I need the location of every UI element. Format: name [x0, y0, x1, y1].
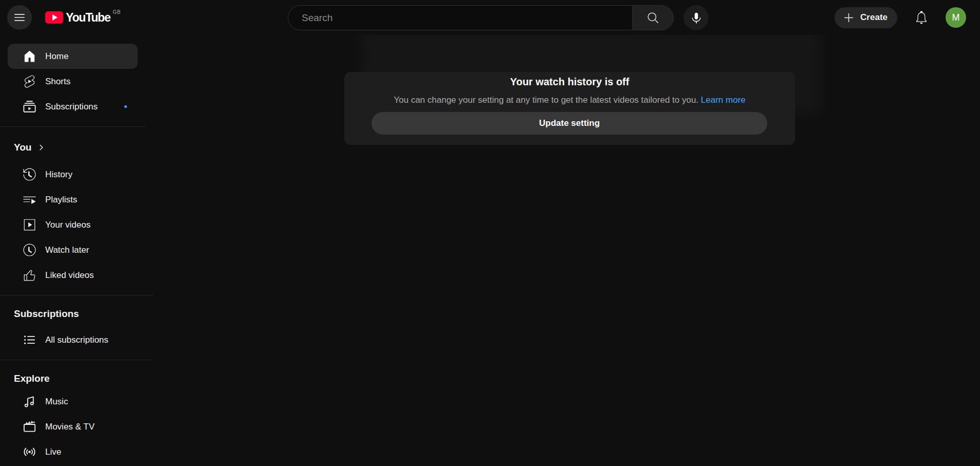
chevron-right-icon [35, 142, 47, 153]
sidebar-item-home[interactable]: Home [8, 44, 138, 69]
logo-play-icon [45, 11, 63, 24]
watch-history-banner: Your watch history is off You can change… [344, 72, 795, 145]
home-icon [22, 49, 37, 64]
subscriptions-icon [22, 99, 37, 114]
sidebar-item-your-videos[interactable]: Your videos [8, 212, 138, 237]
playlists-icon [22, 192, 37, 207]
sidebar-item-all-subscriptions[interactable]: All subscriptions [8, 327, 138, 352]
search-button[interactable] [632, 5, 674, 30]
history-icon [22, 167, 37, 182]
sidebar-divider [0, 295, 153, 295]
banner-description: You can change your setting at any time … [344, 95, 795, 105]
sidebar-section-you[interactable]: You [0, 137, 153, 158]
plus-icon [842, 11, 856, 25]
movies-icon [22, 419, 37, 434]
sidebar-item-playlists[interactable]: Playlists [8, 187, 138, 212]
music-icon [22, 394, 37, 409]
liked-videos-icon [22, 268, 37, 283]
hamburger-menu-button[interactable] [7, 5, 32, 30]
search-icon [646, 11, 660, 25]
sidebar-divider [0, 126, 145, 127]
region-badge: GB [113, 9, 121, 15]
avatar[interactable]: M [946, 7, 966, 28]
topbar-right: Create M [835, 0, 966, 35]
sidebar-item-live[interactable]: Live [8, 439, 138, 464]
sidebar-item-music[interactable]: Music [8, 389, 138, 414]
avatar-initial: M [952, 12, 960, 23]
sidebar-item-liked-videos[interactable]: Liked videos [8, 263, 138, 288]
all-subscriptions-icon [22, 332, 37, 347]
topbar-left: YouTube GB [7, 0, 121, 35]
search-input[interactable] [288, 5, 632, 30]
topbar-center [288, 5, 709, 30]
sidebar-section-explore: Explore [0, 368, 153, 389]
mic-button[interactable] [683, 5, 709, 30]
sidebar-item-shorts[interactable]: Shorts [8, 69, 138, 94]
youtube-logo[interactable]: YouTube GB [45, 11, 121, 24]
sidebar: Home Shorts Subscriptions You History [0, 35, 153, 466]
create-button[interactable]: Create [835, 7, 897, 28]
main-content: Your watch history is off You can change… [153, 35, 980, 466]
your-videos-icon [22, 217, 37, 232]
banner-title: Your watch history is off [344, 76, 795, 88]
learn-more-link[interactable]: Learn more [701, 95, 746, 105]
bell-icon [914, 10, 929, 25]
notifications-button[interactable] [911, 7, 932, 28]
sidebar-section-subscriptions: Subscriptions [0, 304, 153, 324]
sidebar-divider [0, 360, 153, 360]
menu-icon [13, 11, 26, 24]
notification-dot [124, 105, 127, 108]
update-setting-button[interactable]: Update setting [372, 112, 767, 135]
mic-icon [690, 11, 703, 25]
sidebar-item-subscriptions[interactable]: Subscriptions [8, 94, 138, 119]
watch-later-icon [22, 243, 37, 257]
live-icon [22, 444, 37, 459]
sidebar-item-watch-later[interactable]: Watch later [8, 237, 138, 263]
search-form [288, 5, 674, 30]
topbar: YouTube GB [0, 0, 980, 35]
logo-wordmark: YouTube [66, 11, 110, 24]
shorts-icon [22, 74, 37, 89]
sidebar-item-movies-tv[interactable]: Movies & TV [8, 414, 138, 439]
sidebar-item-history[interactable]: History [8, 162, 138, 187]
create-label: Create [860, 12, 887, 23]
